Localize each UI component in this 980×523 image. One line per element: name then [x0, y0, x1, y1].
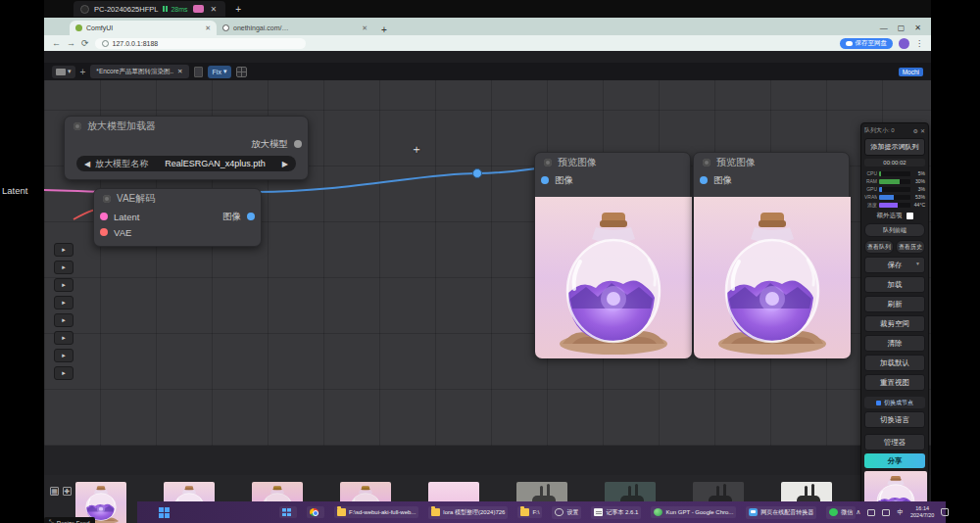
- next-arrow-icon[interactable]: ▶: [282, 160, 288, 168]
- new-tab-button[interactable]: +: [381, 24, 387, 35]
- queue-front-button[interactable]: 队列前端: [864, 223, 925, 237]
- document-icon[interactable]: [194, 67, 203, 77]
- node-preview-image-1[interactable]: 预览图像 图像: [534, 152, 691, 357]
- taskbar-item[interactable]: 设置: [552, 506, 581, 519]
- collapsed-node[interactable]: ▸: [54, 349, 74, 362]
- queue-prompt-button[interactable]: 添加提示词队列: [864, 138, 925, 156]
- extra-options-checkbox[interactable]: [906, 213, 913, 219]
- rdp-session-tab[interactable]: PC-20240625HFPL 28ms ✕: [74, 1, 225, 17]
- grid-view-icon[interactable]: [236, 67, 247, 77]
- collapse-dot-icon[interactable]: [703, 159, 710, 166]
- minimize-button[interactable]: —: [880, 24, 888, 32]
- new-workflow-button[interactable]: +: [80, 67, 86, 77]
- browser-menu-icon[interactable]: ⋮: [915, 39, 923, 48]
- node-title-bar[interactable]: 预览图像: [694, 153, 849, 172]
- taskbar-item[interactable]: lora 模型整理(2024)726: [428, 506, 508, 519]
- node-canvas[interactable]: 放大模型加载器 放大模型 ◀ 放大模型名称 RealESRGAN_x4plus.…: [44, 80, 931, 446]
- share-button[interactable]: 分享: [864, 453, 925, 468]
- collapse-dot-icon[interactable]: [544, 159, 552, 166]
- image-slot-icon[interactable]: [247, 213, 255, 220]
- collapse-dot-icon[interactable]: [103, 195, 111, 203]
- menu-button[interactable]: 刷新▼: [864, 296, 925, 312]
- input-slot-image[interactable]: 图像: [694, 172, 849, 188]
- node-upscale-model-loader[interactable]: 放大模型加载器 放大模型 ◀ 放大模型名称 RealESRGAN_x4plus.…: [64, 116, 309, 180]
- tray-display-icon[interactable]: [867, 509, 875, 516]
- notification-center-icon[interactable]: [941, 508, 949, 516]
- menu-button[interactable]: 清除▼: [864, 335, 925, 352]
- node-title-bar[interactable]: 预览图像: [535, 153, 690, 172]
- collapsed-node[interactable]: ▸: [54, 296, 74, 309]
- feed-grid-icon[interactable]: ▦: [50, 487, 59, 496]
- menu-button[interactable]: 保存▼: [864, 257, 925, 273]
- collapsed-node[interactable]: ▸: [54, 278, 74, 292]
- taskbar-item[interactable]: [307, 506, 324, 518]
- feed-pin-icon[interactable]: ✚: [63, 487, 72, 496]
- collapsed-node[interactable]: ▸: [54, 366, 74, 380]
- workflow-tab[interactable]: *Encore产品草图转渲染图.. ✕: [90, 65, 188, 78]
- manager-button[interactable]: 管理器: [864, 434, 925, 451]
- output-slot-image[interactable]: 图像: [222, 209, 261, 224]
- ime-language-indicator[interactable]: 中: [897, 508, 904, 517]
- tab-close-icon[interactable]: ✕: [362, 24, 368, 32]
- switch-language-button[interactable]: 切换语言: [864, 411, 925, 428]
- address-bar[interactable]: 127.0.0.1:8188: [95, 38, 306, 49]
- model-name-widget[interactable]: ◀ 放大模型名称 RealESRGAN_x4plus.pth ▶: [76, 156, 296, 171]
- tray-volume-icon[interactable]: [882, 509, 890, 516]
- workflow-folder-button[interactable]: ▾: [52, 66, 75, 78]
- workflow-tab-close-icon[interactable]: ✕: [177, 68, 182, 75]
- extra-options-row[interactable]: 额外选项: [864, 212, 925, 220]
- mochi-badge[interactable]: Mochi: [899, 68, 923, 76]
- menu-button[interactable]: 加载▼: [864, 276, 925, 293]
- panel-close-icon[interactable]: ✕: [920, 127, 925, 134]
- tray-expand-icon[interactable]: ∧: [856, 508, 860, 516]
- profile-avatar[interactable]: [899, 38, 909, 49]
- prev-arrow-icon[interactable]: ◀: [84, 160, 90, 168]
- image-slot-icon[interactable]: [541, 176, 549, 184]
- menu-button[interactable]: 裁剪空间▼: [864, 315, 925, 332]
- view-queue-button[interactable]: 查看队列: [864, 240, 894, 254]
- back-icon[interactable]: ←: [52, 38, 61, 48]
- input-slot-latent[interactable]: Latent: [94, 209, 222, 224]
- browser-tab-comfyui[interactable]: ComfyUI ✕: [70, 21, 217, 35]
- taskbar-item[interactable]: Kun GPT - Google Chro...: [651, 506, 736, 518]
- settings-gear-icon[interactable]: ⚙: [913, 127, 918, 134]
- node-title-bar[interactable]: VAE解码: [94, 189, 261, 209]
- image-slot-icon[interactable]: [700, 176, 708, 184]
- start-button[interactable]: [159, 507, 170, 518]
- reload-icon[interactable]: ⟳: [81, 38, 89, 48]
- taskbar-item[interactable]: F:\: [517, 506, 542, 518]
- rdp-new-tab-button[interactable]: +: [235, 4, 241, 15]
- collapse-dot-icon[interactable]: [74, 122, 81, 130]
- node-title-bar[interactable]: 放大模型加载器: [65, 117, 308, 136]
- forward-icon[interactable]: →: [67, 38, 75, 48]
- taskbar-clock[interactable]: 16:14 2024/7/20: [910, 505, 934, 519]
- node-vae-decode[interactable]: VAE解码 Latent 图像 VAE: [93, 188, 262, 247]
- netdisk-extension-button[interactable]: 保存至网盘: [840, 38, 894, 49]
- taskbar-item[interactable]: F:\sd-webui-aki-full-web...: [334, 506, 418, 518]
- input-slot-image[interactable]: 图像: [535, 172, 690, 188]
- latent-slot-icon[interactable]: [100, 213, 108, 220]
- taskbar-item[interactable]: 网页在线配音转换器: [746, 506, 816, 519]
- browser-tab-onething[interactable]: onethingai.com/… ✕: [217, 21, 373, 35]
- collapsed-node[interactable]: ▸: [54, 261, 74, 274]
- view-history-button[interactable]: 查看历史: [896, 240, 925, 254]
- tab-close-icon[interactable]: ✕: [205, 24, 211, 32]
- resize-feed-handle[interactable]: ⤡ Resize Feed: [44, 517, 95, 523]
- fix-button[interactable]: Fix▾: [208, 66, 232, 78]
- taskbar-item[interactable]: 记事本 2.6.1: [591, 506, 641, 519]
- close-button[interactable]: ✕: [914, 24, 921, 32]
- collapsed-node[interactable]: ▸: [54, 313, 74, 327]
- node-preview-image-2[interactable]: 预览图像 图像: [693, 152, 850, 357]
- vae-slot-icon[interactable]: [100, 228, 108, 236]
- input-slot-vae[interactable]: VAE: [94, 224, 261, 240]
- site-info-icon[interactable]: [102, 40, 109, 47]
- model-slot-icon[interactable]: [294, 140, 302, 148]
- output-slot-upscale-model[interactable]: 放大模型: [65, 136, 308, 152]
- collapsed-node[interactable]: ▸: [54, 243, 74, 257]
- taskbar-item[interactable]: [279, 506, 297, 518]
- node-translate-toggle[interactable]: 切换成节点: [864, 397, 925, 408]
- taskbar-item[interactable]: 微信: [826, 506, 856, 519]
- collapsed-node[interactable]: ▸: [54, 331, 74, 345]
- rdp-tab-close-icon[interactable]: ✕: [209, 5, 220, 14]
- menu-button[interactable]: 重置视图▼: [864, 374, 925, 391]
